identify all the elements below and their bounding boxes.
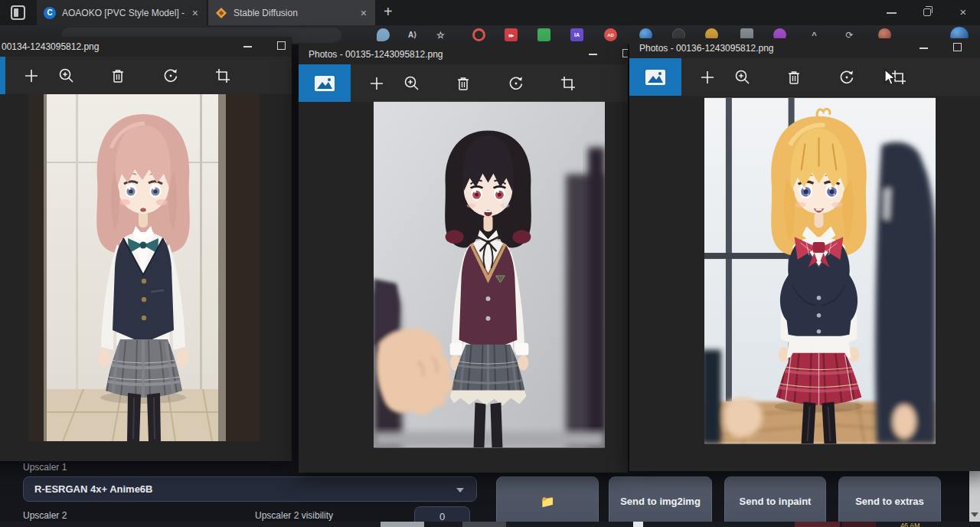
image-view-icon <box>315 76 335 91</box>
rotate-button[interactable] <box>154 57 188 94</box>
taskbar-item[interactable] <box>795 522 840 527</box>
minimize-icon <box>920 47 928 49</box>
dropdown-caret-icon <box>456 488 464 493</box>
maximize-icon <box>953 43 962 51</box>
zoom-button[interactable] <box>395 64 429 102</box>
tab-overview-button[interactable] <box>11 5 25 20</box>
tab-label: Stable Diffusion <box>234 8 353 18</box>
browser-tab-stable-diffusion[interactable]: Stable Diffusion × <box>208 0 375 25</box>
delete-icon <box>455 75 472 92</box>
maximize-button[interactable] <box>275 37 289 55</box>
scrollbar-down-icon[interactable] <box>971 512 978 517</box>
image-view-button[interactable] <box>0 57 5 94</box>
page-scrollbar[interactable] <box>969 467 980 522</box>
zoom-icon <box>58 67 75 84</box>
taskbar-item[interactable] <box>633 522 643 527</box>
extension-icon[interactable]: ▶▶ <box>505 28 518 41</box>
minimize-button[interactable] <box>586 44 600 63</box>
crop-button[interactable] <box>206 57 240 94</box>
add-button[interactable] <box>15 57 48 94</box>
delete-button[interactable] <box>446 64 480 102</box>
photos-toolbar <box>299 64 628 102</box>
image-view-icon <box>645 70 665 85</box>
add-button[interactable] <box>691 58 724 96</box>
minimize-button[interactable] <box>241 37 255 55</box>
maximize-icon <box>622 49 628 57</box>
browser-titlebar: C AOAOKO [PVC Style Model] - PV × Stable… <box>0 0 980 25</box>
taskbar-item[interactable] <box>842 522 876 527</box>
image-view-button[interactable] <box>299 64 351 102</box>
extension-icon[interactable]: A⟩ <box>406 28 419 41</box>
delete-button[interactable] <box>101 57 135 94</box>
upscaler1-value: R-ESRGAN 4x+ Anime6B <box>34 483 152 495</box>
tab-label: AOAOKO [PVC Style Model] - PV <box>62 8 185 18</box>
crop-icon <box>214 67 231 84</box>
add-icon <box>23 67 40 84</box>
zoom-icon <box>403 75 420 92</box>
taskbar[interactable]: 46 AM <box>0 522 980 527</box>
window-minimize-button[interactable] <box>879 0 905 25</box>
window-restore-button[interactable] <box>915 0 941 25</box>
browser-tab-civitai[interactable]: C AOAOKO [PVC Style Model] - PV × <box>37 0 207 25</box>
photos-window-00136[interactable]: Photos - 00136-1243095812.png <box>629 38 980 471</box>
send-to-extras-button[interactable]: Send to extras <box>838 476 941 527</box>
anime-girl-blonde-hair-illustration <box>704 97 936 444</box>
photo-00136-image[interactable] <box>704 97 936 444</box>
maximize-icon <box>277 41 286 50</box>
add-icon <box>699 69 716 86</box>
send-to-img2img-button[interactable]: Send to img2img <box>609 476 712 527</box>
upscaler1-dropdown[interactable]: R-ESRGAN 4x+ Anime6B <box>23 476 477 502</box>
add-button[interactable] <box>360 64 394 102</box>
tab-overview-icon <box>14 8 18 17</box>
rotate-icon <box>838 69 855 86</box>
taskbar-item[interactable] <box>462 522 506 527</box>
taskbar-item[interactable] <box>381 522 424 527</box>
minimize-icon <box>589 54 597 55</box>
crop-icon <box>560 75 577 92</box>
crop-button[interactable] <box>551 64 585 102</box>
stable-diffusion-favicon-icon <box>215 7 227 19</box>
delete-icon <box>109 67 126 84</box>
minimize-icon <box>887 12 897 14</box>
zoom-button[interactable] <box>50 57 83 94</box>
extension-icon[interactable] <box>472 28 485 41</box>
photos-window-00135[interactable]: Photos - 00135-1243095812.png <box>299 44 628 473</box>
minimize-button[interactable] <box>917 38 931 57</box>
rotate-icon <box>508 75 524 92</box>
anime-girl-pink-hair-illustration <box>28 94 260 441</box>
extension-icon[interactable]: AD <box>604 28 617 41</box>
delete-icon <box>786 69 802 86</box>
taskbar-clock[interactable]: 46 AM <box>900 522 920 527</box>
upscaler2-visibility-label: Upscaler 2 visibility <box>255 510 333 521</box>
rotate-button[interactable] <box>499 64 533 102</box>
photo-00135-image[interactable] <box>374 101 605 448</box>
extension-icon[interactable] <box>537 28 550 41</box>
zoom-icon <box>734 69 751 86</box>
extension-icon[interactable]: IA <box>570 28 583 41</box>
photo-00134-image[interactable] <box>28 94 260 441</box>
maximize-button[interactable] <box>620 44 628 63</box>
minimize-icon <box>243 46 252 47</box>
tab-close-icon[interactable]: × <box>359 8 368 18</box>
photos-toolbar <box>0 57 292 94</box>
anime-girl-black-hair-illustration <box>374 101 605 448</box>
window-close-button[interactable]: × <box>950 0 976 25</box>
civitai-favicon-icon: C <box>44 7 56 19</box>
window-title: Photos - 00135-1243095812.png <box>309 49 443 60</box>
image-view-button[interactable] <box>629 58 681 96</box>
cursor-arrow-icon <box>884 69 897 86</box>
open-folder-button[interactable]: 📁 <box>496 476 599 527</box>
tab-close-icon[interactable]: × <box>191 8 200 18</box>
photos-toolbar <box>629 58 980 96</box>
rotate-icon <box>162 67 179 84</box>
screen: C AOAOKO [PVC Style Model] - PV × Stable… <box>0 0 980 527</box>
send-to-inpaint-button[interactable]: Send to inpaint <box>724 476 826 527</box>
rotate-button[interactable] <box>830 58 864 96</box>
delete-button[interactable] <box>777 58 811 96</box>
new-tab-button[interactable]: + <box>384 3 393 21</box>
extension-icon[interactable]: ☆ <box>434 28 447 41</box>
zoom-button[interactable] <box>726 58 760 96</box>
maximize-button[interactable] <box>951 38 965 57</box>
photos-window-00134[interactable]: 00134-1243095812.png <box>0 37 292 461</box>
extension-icon[interactable] <box>377 28 390 41</box>
